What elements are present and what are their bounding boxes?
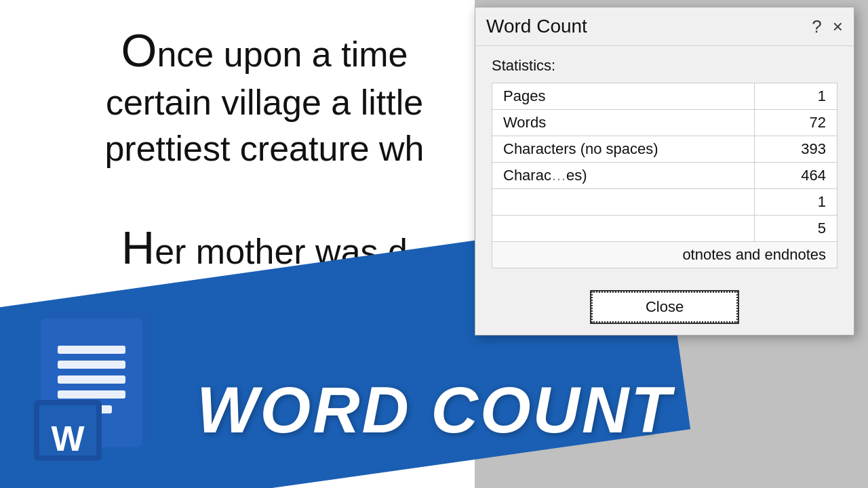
word-count-dialog: Word Count ? × Statistics: Pages 1 Words… [475,7,854,336]
svg-rect-4 [58,375,125,384]
banner-title: WORD COUNT [197,373,673,447]
stat-label-chars-no-spaces: Characters (no spaces) [492,136,755,163]
word-icon-container: W [20,298,183,474]
table-row: 1 [492,189,837,216]
dialog-body: Statistics: Pages 1 Words 72 Characters … [475,46,854,282]
stat-label-pages: Pages [492,83,755,110]
stat-value-5: 5 [754,216,837,242]
statistics-label: Statistics: [492,57,837,75]
stat-label-words: Words [492,110,755,136]
stat-label-empty1 [492,189,755,216]
stat-value-pages: 1 [754,83,837,110]
dialog-titlebar: Word Count ? × [475,7,854,46]
dialog-title: Word Count [486,16,587,37]
table-row: Characters (no spaces) 393 [492,136,837,163]
svg-rect-5 [58,390,125,399]
stat-value-chars-spaces: 464 [754,163,837,189]
svg-text:W: W [51,419,85,458]
footnote-text: otnotes and endnotes [492,242,837,268]
stat-value-1: 1 [754,189,837,216]
help-button[interactable]: ? [812,18,821,35]
stat-value-words: 72 [754,110,837,136]
svg-rect-2 [58,346,125,354]
table-row: 5 [492,216,837,242]
dialog-footer: Close [475,282,854,335]
word-app-icon: W [27,305,176,468]
footnote-row: otnotes and endnotes [492,242,837,268]
svg-rect-3 [58,361,125,369]
table-row: Pages 1 [492,83,837,110]
stat-value-chars-no-spaces: 393 [754,136,837,163]
close-dialog-button[interactable]: Close [590,290,739,324]
doc-line-3: prettiest creature wh [68,126,461,172]
dialog-close-button[interactable]: × [833,18,843,35]
table-row: Words 72 [492,110,837,136]
table-row: Charac…es) 464 [492,163,837,189]
dialog-controls: ? × [812,18,843,35]
stats-table: Pages 1 Words 72 Characters (no spaces) … [492,83,837,268]
stat-label-chars-spaces: Charac…es) [492,163,755,189]
doc-line-1: Once upon a time [68,20,461,80]
stat-label-empty2 [492,216,755,242]
doc-line-2: certain village a little [68,80,461,126]
document-text: Once upon a time certain village a littl… [68,20,461,278]
